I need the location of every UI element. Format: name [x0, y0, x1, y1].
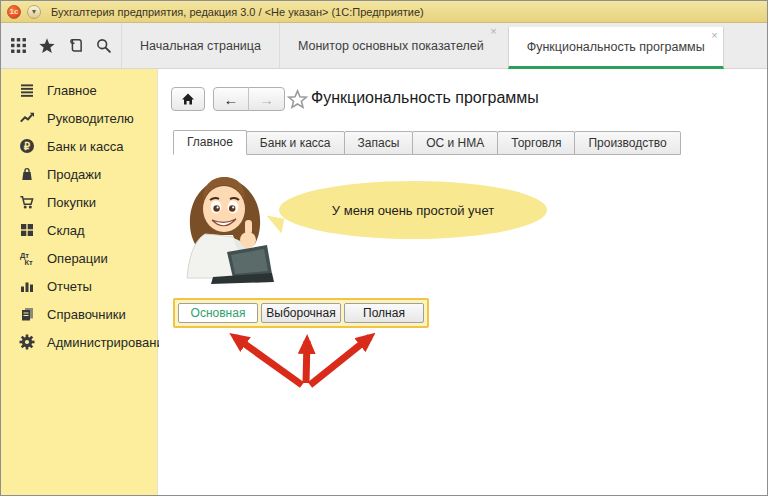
sidebar-item-manager[interactable]: Руководителю	[1, 104, 157, 132]
app-logo-icon[interactable]: 1с	[7, 5, 21, 19]
section-tab-production[interactable]: Производство	[574, 131, 680, 155]
shopping-cart-icon	[18, 194, 35, 211]
sidebar-item-label: Отчеты	[47, 279, 92, 294]
option-full-button[interactable]: Полная	[344, 303, 424, 323]
grid-boxes-icon	[18, 222, 35, 239]
bar-chart-icon	[18, 278, 35, 295]
favorites-star-icon[interactable]	[36, 35, 58, 57]
home-button[interactable]	[171, 87, 205, 111]
window-title: Бухгалтерия предприятия, редакция 3.0 / …	[47, 6, 424, 18]
sidebar-item-main[interactable]: Главное	[1, 76, 157, 104]
ruble-circle-icon: ₽	[18, 138, 35, 155]
option-basic-button[interactable]: Основная	[178, 303, 258, 323]
tab-label: Функциональность программы	[527, 40, 705, 54]
sidebar-item-label: Склад	[47, 223, 85, 238]
section-tab-fixed-assets[interactable]: ОС и НМА	[412, 131, 498, 155]
title-bar: 1с ▾ Бухгалтерия предприятия, редакция 3…	[1, 1, 767, 23]
sidebar-item-label: Продажи	[47, 167, 101, 182]
debit-credit-icon: ДтКт	[18, 250, 35, 267]
sidebar-item-reports[interactable]: Отчеты	[1, 272, 157, 300]
section-tab-inventory[interactable]: Запасы	[344, 131, 414, 155]
chevron-down-icon: ▾	[32, 7, 36, 16]
sidebar-item-operations[interactable]: ДтКт Операции	[1, 244, 157, 272]
tab-close-icon[interactable]: ×	[490, 26, 496, 37]
functionality-section-tabs: Главное Банк и касса Запасы ОС и НМА Тор…	[173, 130, 681, 155]
system-menu-button[interactable]: ▾	[27, 5, 41, 19]
back-button[interactable]: ←	[214, 87, 249, 111]
functions-menu-icon[interactable]	[7, 35, 29, 57]
tab-home-page[interactable]: Начальная страница	[121, 23, 279, 68]
add-favorite-star-icon[interactable]	[287, 89, 308, 114]
tab-close-icon[interactable]: ×	[711, 30, 717, 41]
functionality-options-highlight: Основная Выборочная Полная	[173, 298, 429, 328]
page-title: Функциональность программы	[311, 89, 539, 107]
tab-program-functionality[interactable]: Функциональность программы ×	[508, 27, 724, 69]
svg-text:₽: ₽	[23, 141, 30, 152]
sidebar-item-label: Главное	[47, 83, 97, 98]
history-icon[interactable]	[64, 35, 86, 57]
svg-text:Кт: Кт	[24, 258, 33, 266]
quick-toolbar	[1, 23, 121, 68]
sidebar-item-directories[interactable]: Справочники	[1, 300, 157, 328]
section-tab-main[interactable]: Главное	[173, 130, 247, 155]
app-window: 1с ▾ Бухгалтерия предприятия, редакция 3…	[0, 0, 768, 496]
sidebar-item-label: Покупки	[47, 195, 96, 210]
sections-sidebar: Главное Руководителю ₽ Банк и касса Прод…	[1, 69, 158, 495]
sidebar-item-label: Администрирование	[47, 335, 171, 350]
sidebar-item-sales[interactable]: Продажи	[1, 160, 157, 188]
sidebar-item-bank-cash[interactable]: ₽ Банк и касса	[1, 132, 157, 160]
sidebar-item-label: Руководителю	[47, 111, 134, 126]
sidebar-item-label: Справочники	[47, 307, 126, 322]
sidebar-item-administration[interactable]: Администрирование	[1, 328, 157, 356]
gear-icon	[18, 334, 35, 351]
tab-label: Монитор основных показателей	[298, 39, 484, 53]
sidebar-item-label: Операции	[47, 251, 108, 266]
top-panel: Начальная страница Монитор основных пока…	[1, 23, 767, 69]
assistant-illustration	[175, 164, 275, 288]
search-icon[interactable]	[93, 35, 115, 57]
tab-key-indicators-monitor[interactable]: Монитор основных показателей ×	[279, 23, 502, 68]
assistant-speech-bubble: У меня очень простой учет	[279, 181, 547, 239]
sidebar-item-warehouse[interactable]: Склад	[1, 216, 157, 244]
main-content: ← → Функциональность программы Главное Б…	[159, 69, 767, 495]
open-windows-tabbar: Начальная страница Монитор основных пока…	[121, 23, 767, 68]
forward-button[interactable]: →	[249, 87, 284, 111]
sidebar-item-purchases[interactable]: Покупки	[1, 188, 157, 216]
menu-lines-icon	[18, 82, 35, 99]
shopping-bag-icon	[18, 166, 35, 183]
trend-up-icon	[18, 110, 35, 127]
sidebar-item-label: Банк и касса	[47, 139, 124, 154]
annotation-arrows	[189, 319, 449, 404]
option-selective-button[interactable]: Выборочная	[261, 303, 341, 323]
section-tab-bank-cash[interactable]: Банк и касса	[246, 131, 345, 155]
tab-label: Начальная страница	[140, 39, 261, 53]
section-tab-trade[interactable]: Торговля	[497, 131, 575, 155]
home-icon	[180, 91, 196, 107]
books-icon	[18, 306, 35, 323]
history-nav-group: ← →	[213, 87, 285, 111]
